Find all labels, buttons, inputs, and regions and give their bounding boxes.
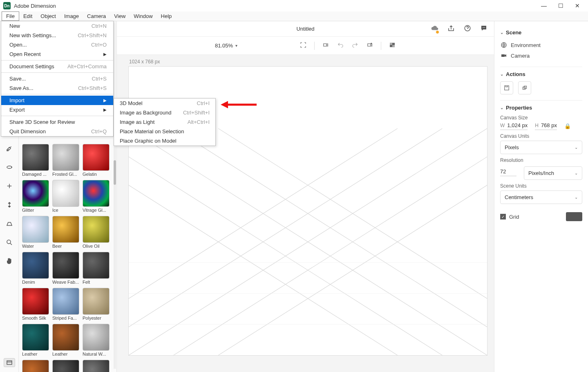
camera-home-icon[interactable] — [322, 41, 329, 50]
menu-object[interactable]: Object — [36, 12, 60, 20]
file-menu-item[interactable]: Open...Ctrl+O — [1, 40, 113, 49]
maximize-icon[interactable]: ☐ — [558, 2, 563, 9]
material-label: Natural W... — [83, 352, 110, 356]
import-submenu-item[interactable]: Image as LightAlt+Ctrl+I — [114, 117, 215, 127]
add-tool-icon[interactable] — [5, 182, 14, 190]
import-submenu-item[interactable]: Place Graphic on Model — [114, 136, 215, 146]
scene-item-environment[interactable]: Environment — [500, 40, 582, 50]
file-menu-item[interactable]: Save As...Ctrl+Shift+S — [1, 83, 113, 93]
actions-section-header[interactable]: ⌄Actions — [500, 71, 582, 77]
import-submenu: 3D ModelCtrl+IImage as BackgroundCtrl+Sh… — [114, 98, 216, 146]
render-preview-icon[interactable] — [389, 41, 396, 50]
material-item[interactable]: Felt — [83, 252, 110, 285]
import-submenu-item[interactable]: 3D ModelCtrl+I — [114, 99, 215, 108]
camera-undo-icon[interactable] — [337, 41, 344, 50]
frame-all-icon[interactable] — [300, 41, 307, 50]
cloud-sync-icon[interactable] — [431, 25, 438, 33]
file-menu-item[interactable]: Export▶ — [1, 105, 113, 114]
menu-help[interactable]: Help — [157, 12, 176, 20]
material-item[interactable]: Vitrage Gl... — [83, 180, 110, 213]
material-item[interactable]: Gelatin — [83, 144, 110, 177]
file-menu-item[interactable]: Open Recent▶ — [1, 49, 113, 59]
file-menu-item[interactable]: Share 3D Scene for Review — [1, 117, 113, 127]
canvas-units-select[interactable]: Pixels⌄ — [500, 141, 582, 154]
scene-units-value: Centimeters — [505, 194, 533, 200]
resolution-unit-select[interactable]: Pixels/Inch⌄ — [524, 166, 582, 180]
feedback-icon[interactable] — [480, 25, 487, 33]
material-thumb — [22, 324, 49, 351]
material-item[interactable]: Water — [22, 216, 49, 249]
share-icon[interactable] — [447, 25, 455, 33]
grid-checkbox[interactable]: ✓Grid — [500, 214, 519, 220]
lock-aspect-icon[interactable]: 🔒 — [564, 123, 571, 129]
material-item[interactable]: Weave Fab... — [52, 252, 79, 285]
move-vertical-tool-icon[interactable] — [5, 200, 14, 209]
menu-view[interactable]: View — [110, 12, 130, 20]
actions-title: Actions — [506, 71, 525, 77]
file-menu-item[interactable]: New with Settings...Ctrl+Shift+N — [1, 31, 113, 40]
height-input[interactable]: H768 px — [535, 122, 557, 130]
action-button-2[interactable] — [518, 81, 531, 94]
help-icon[interactable] — [464, 25, 471, 33]
perspective-tool-icon[interactable] — [5, 219, 14, 228]
minimize-icon[interactable]: — — [541, 2, 547, 9]
properties-section-header[interactable]: ⌄Properties — [500, 105, 582, 111]
scene-section-header[interactable]: ⌄Scene — [500, 29, 582, 36]
import-submenu-item[interactable]: Image as BackgroundCtrl+Shift+I — [114, 108, 215, 117]
file-menu-item[interactable]: Quit DimensionCtrl+Q — [1, 127, 113, 136]
eyedropper-tool-icon[interactable] — [5, 144, 14, 153]
orbit-tool-icon[interactable] — [5, 163, 14, 172]
zoom-control[interactable]: 81.05% ▾ — [215, 43, 237, 49]
camera-redo-icon[interactable] — [351, 41, 359, 50]
resolution-input[interactable]: 72 — [500, 168, 516, 176]
hand-tool-icon[interactable] — [5, 257, 14, 266]
menu-camera[interactable]: Camera — [83, 12, 110, 20]
material-item[interactable]: Natural W... — [83, 324, 110, 356]
material-item[interactable]: Striped Fa... — [52, 288, 79, 320]
scene-item-camera[interactable]: Camera — [500, 50, 582, 61]
close-icon[interactable]: ✕ — [575, 2, 580, 9]
material-item[interactable]: Glitter — [22, 180, 49, 213]
width-input[interactable]: W1,024 px — [500, 122, 528, 130]
material-item[interactable]: Beer — [52, 216, 79, 249]
material-thumb — [22, 144, 49, 171]
action-button-1[interactable] — [500, 81, 513, 94]
material-item[interactable]: Polyester — [83, 288, 110, 320]
menu-image[interactable]: Image — [60, 12, 83, 20]
scene-units-select[interactable]: Centimeters⌄ — [500, 190, 582, 204]
material-item[interactable]: Ice — [52, 180, 79, 213]
menu-edit[interactable]: Edit — [19, 12, 36, 20]
file-menu-item[interactable]: Save...Ctrl+S — [1, 74, 113, 83]
file-menu-item[interactable]: Document SettingsAlt+Ctrl+Comma — [1, 62, 113, 71]
material-item[interactable]: Frosted Gl... — [52, 144, 79, 177]
menu-window[interactable]: Window — [130, 12, 157, 20]
material-item[interactable] — [83, 360, 110, 372]
material-item[interactable]: Leather — [22, 324, 49, 356]
camera-bookmark-icon[interactable] — [366, 41, 373, 50]
material-item[interactable]: Leather — [52, 324, 79, 356]
document-titlebar: Untitled — [117, 21, 494, 37]
material-label: Striped Fa... — [52, 316, 79, 320]
svg-rect-13 — [392, 45, 395, 47]
svg-point-7 — [483, 27, 484, 28]
svg-rect-9 — [324, 44, 327, 46]
width-value: 1,024 px — [507, 122, 528, 128]
material-item[interactable]: Denim — [22, 252, 49, 285]
menu-file[interactable]: File — [2, 11, 19, 21]
material-item[interactable]: Smooth Silk — [22, 288, 49, 320]
material-thumb — [83, 360, 110, 372]
file-menu-item[interactable]: Import▶ — [1, 96, 113, 105]
grid-color-swatch[interactable] — [566, 212, 582, 221]
material-item[interactable] — [52, 360, 79, 372]
panel-toggle-icon[interactable] — [4, 358, 15, 367]
search-tool-icon[interactable] — [5, 238, 14, 247]
import-submenu-item[interactable]: Place Material on Selection — [114, 127, 215, 136]
material-item[interactable] — [22, 360, 49, 372]
materials-scrollbar-thumb[interactable] — [114, 160, 116, 185]
resolution-value: 72 — [500, 168, 506, 175]
file-menu-item[interactable]: NewCtrl+N — [1, 21, 113, 31]
material-item[interactable]: Damaged ... — [22, 144, 49, 177]
properties-panel: ⌄Scene Environment Camera ⌄Actions ⌄Prop… — [494, 21, 588, 372]
material-thumb — [83, 144, 110, 171]
material-item[interactable]: Olive Oil — [83, 216, 110, 249]
